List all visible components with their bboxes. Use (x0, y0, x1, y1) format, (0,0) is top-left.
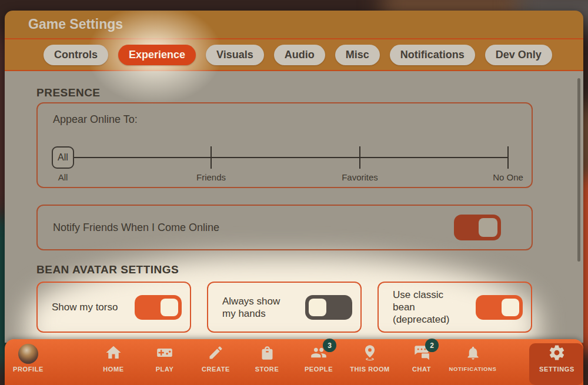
nav-item-create[interactable]: CREATE (186, 344, 245, 373)
window-titlebar: Game Settings (5, 11, 583, 38)
nav-item-home[interactable]: HOME (84, 344, 143, 373)
nav-item-settings[interactable]: SETTINGS (527, 344, 586, 373)
nav-item-notifications[interactable]: NOTIFICATIONS (443, 344, 502, 372)
nav-item-profile[interactable]: PROFILE (0, 344, 58, 373)
slider-label-all: All (22, 172, 104, 182)
nav-label-profile: PROFILE (13, 366, 44, 373)
gamepad-icon (155, 344, 174, 363)
classic-bean-toggle[interactable] (476, 295, 523, 320)
classic-bean-label: Use classic bean (deprecated) (393, 289, 465, 326)
classic-bean-card: Use classic bean (deprecated) (377, 282, 532, 333)
gear-icon (548, 344, 566, 364)
profile-avatar (18, 344, 38, 364)
slider-tick-favorites[interactable] (359, 146, 360, 169)
location-pin-icon (362, 344, 378, 364)
nav-label-home: HOME (103, 366, 123, 373)
tab-dev-only[interactable]: Dev Only (485, 45, 552, 65)
nav-item-this-room[interactable]: THIS ROOM (340, 344, 399, 373)
tab-controls[interactable]: Controls (44, 45, 108, 65)
tab-misc[interactable]: Misc (335, 45, 380, 65)
nav-item-chat[interactable]: 2 CHAT (392, 344, 451, 373)
toggle-knob (479, 218, 497, 237)
shopping-bag-icon (259, 344, 275, 364)
game-settings-window: Game Settings Controls Experience Visual… (5, 11, 583, 344)
window-title: Game Settings (28, 16, 123, 32)
presence-heading: PRESENCE (36, 86, 101, 99)
settings-panel-body: PRESENCE Appear Online To: All Friends F… (5, 71, 583, 343)
nav-item-play[interactable]: PLAY (135, 344, 194, 373)
always-show-hands-label: Always show my hands (222, 295, 294, 320)
show-torso-toggle[interactable] (135, 295, 182, 320)
nav-item-people[interactable]: 3 PEOPLE (289, 344, 348, 373)
notify-friends-toggle[interactable] (454, 215, 501, 240)
tab-audio[interactable]: Audio (274, 45, 325, 65)
nav-label-play: PLAY (156, 366, 174, 373)
slider-label-friends: Friends (170, 172, 252, 182)
tab-experience[interactable]: Experience (118, 45, 196, 65)
nav-label-chat: CHAT (412, 366, 431, 373)
chat-badge: 2 (425, 339, 439, 352)
slider-label-no-one: No One (467, 172, 549, 182)
bean-avatar-heading: BEAN AVATAR SETTINGS (36, 263, 179, 276)
panel-scrollbar[interactable] (577, 78, 580, 262)
home-icon (105, 344, 122, 364)
bottom-nav-bar: PROFILE HOME PLAY CREATE STORE 3 PEOPL (5, 339, 583, 385)
bell-icon (465, 344, 481, 364)
toggle-knob (309, 299, 326, 316)
appear-online-panel: Appear Online To: All Friends Favorites … (36, 102, 533, 188)
always-show-hands-toggle[interactable] (305, 295, 352, 320)
notify-friends-label: Notify Friends When I Come Online (53, 222, 219, 234)
slider-tick-no-one[interactable] (507, 146, 509, 169)
people-badge: 3 (323, 339, 336, 352)
tab-notifications[interactable]: Notifications (390, 45, 475, 65)
appear-online-label: Appear Online To: (53, 113, 138, 126)
appear-online-slider-track[interactable] (63, 157, 509, 158)
toggle-knob (161, 299, 178, 316)
nav-label-this-room: THIS ROOM (350, 366, 390, 373)
nav-label-create: CREATE (202, 366, 230, 373)
maker-pen-icon (208, 344, 224, 363)
nav-item-store[interactable]: STORE (238, 344, 296, 373)
slider-tick-friends[interactable] (211, 146, 212, 169)
slider-label-favorites: Favorites (319, 172, 401, 182)
notify-friends-panel: Notify Friends When I Come Online (36, 205, 533, 250)
settings-tab-bar: Controls Experience Visuals Audio Misc N… (5, 38, 583, 71)
nav-label-notifications: NOTIFICATIONS (449, 366, 497, 372)
appear-online-slider-handle[interactable]: All (52, 146, 74, 169)
always-show-hands-card: Always show my hands (207, 282, 362, 333)
nav-label-settings: SETTINGS (539, 366, 574, 373)
toggle-knob (502, 299, 519, 316)
tab-visuals[interactable]: Visuals (206, 45, 264, 65)
nav-label-store: STORE (255, 366, 279, 373)
show-torso-label: Show my torso (52, 301, 118, 313)
show-torso-card: Show my torso (36, 282, 191, 333)
nav-label-people: PEOPLE (305, 366, 333, 373)
